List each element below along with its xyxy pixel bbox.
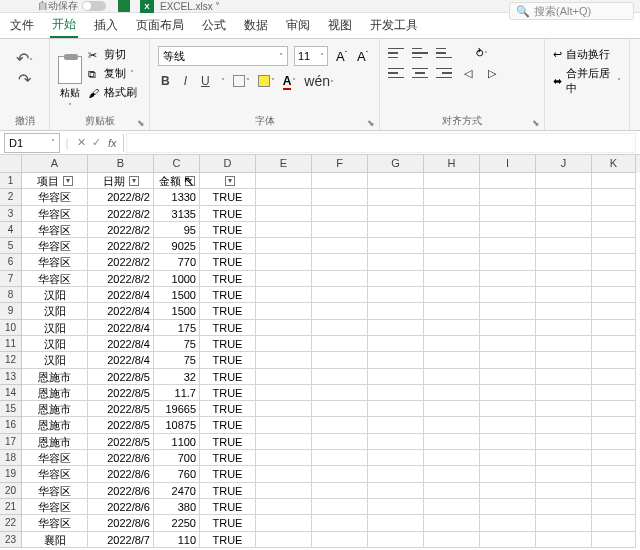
- tab-审阅[interactable]: 审阅: [284, 14, 312, 37]
- cell[interactable]: [480, 320, 536, 336]
- align-middle-button[interactable]: [412, 46, 428, 60]
- cell[interactable]: TRUE: [200, 222, 256, 238]
- cell[interactable]: [480, 450, 536, 466]
- cell[interactable]: [312, 206, 368, 222]
- align-dialog-icon[interactable]: ⬊: [532, 118, 540, 128]
- cell[interactable]: [312, 466, 368, 482]
- filter-button[interactable]: ▾: [129, 176, 139, 186]
- tab-公式[interactable]: 公式: [200, 14, 228, 37]
- cell[interactable]: [256, 189, 312, 205]
- formula-input[interactable]: [126, 133, 636, 153]
- cell[interactable]: [312, 320, 368, 336]
- redo-button[interactable]: ↷: [18, 70, 31, 89]
- cell[interactable]: 项目▾: [22, 173, 88, 189]
- filter-button[interactable]: ▾: [63, 176, 73, 186]
- cell[interactable]: TRUE: [200, 271, 256, 287]
- cell[interactable]: [256, 254, 312, 270]
- cell[interactable]: [368, 303, 424, 319]
- cell[interactable]: 75: [154, 336, 200, 352]
- cell[interactable]: [592, 206, 636, 222]
- cell[interactable]: 汉阳: [22, 336, 88, 352]
- cell[interactable]: [256, 238, 312, 254]
- cell[interactable]: [480, 499, 536, 515]
- cell[interactable]: TRUE: [200, 434, 256, 450]
- cell[interactable]: 2250: [154, 515, 200, 531]
- cell[interactable]: [368, 352, 424, 368]
- cell[interactable]: 110: [154, 532, 200, 548]
- cell[interactable]: 恩施市: [22, 417, 88, 433]
- cell[interactable]: 华容区: [22, 222, 88, 238]
- file-name[interactable]: EXCEL.xlsx: [160, 1, 213, 12]
- cell[interactable]: TRUE: [200, 466, 256, 482]
- cell[interactable]: [312, 352, 368, 368]
- cell[interactable]: TRUE: [200, 401, 256, 417]
- cell[interactable]: [424, 336, 480, 352]
- cell[interactable]: [592, 515, 636, 531]
- merge-center-button[interactable]: ⬌合并后居中˅: [553, 66, 621, 96]
- align-right-button[interactable]: [436, 66, 452, 80]
- cell[interactable]: [592, 303, 636, 319]
- cell[interactable]: [480, 385, 536, 401]
- cell[interactable]: 32: [154, 369, 200, 385]
- cell[interactable]: [312, 222, 368, 238]
- autosave-toggle[interactable]: [82, 1, 106, 11]
- row-header[interactable]: 17: [0, 434, 22, 450]
- cell[interactable]: 2022/8/6: [88, 466, 154, 482]
- cell[interactable]: 2022/8/2: [88, 222, 154, 238]
- cell[interactable]: [368, 320, 424, 336]
- row-header[interactable]: 3: [0, 206, 22, 222]
- cell[interactable]: [424, 303, 480, 319]
- cell[interactable]: [368, 385, 424, 401]
- cell[interactable]: [368, 173, 424, 189]
- cell[interactable]: [536, 320, 592, 336]
- cell[interactable]: [424, 352, 480, 368]
- phonetic-button[interactable]: wén˅: [304, 73, 334, 89]
- underline-button[interactable]: U: [198, 72, 213, 90]
- col-header-E[interactable]: E: [256, 155, 312, 173]
- font-dialog-icon[interactable]: ⬊: [367, 118, 375, 128]
- cell[interactable]: [256, 466, 312, 482]
- cell[interactable]: 2022/8/5: [88, 434, 154, 450]
- cell[interactable]: [368, 254, 424, 270]
- cell[interactable]: [312, 417, 368, 433]
- tab-开始[interactable]: 开始: [50, 13, 78, 38]
- cell[interactable]: [480, 515, 536, 531]
- decrease-font-button[interactable]: Aˇ: [355, 49, 370, 64]
- row-header[interactable]: 19: [0, 466, 22, 482]
- cell[interactable]: [312, 450, 368, 466]
- cell[interactable]: [536, 271, 592, 287]
- row-header[interactable]: 14: [0, 385, 22, 401]
- row-header[interactable]: 7: [0, 271, 22, 287]
- cell[interactable]: [424, 434, 480, 450]
- cell[interactable]: 75: [154, 352, 200, 368]
- tab-页面布局[interactable]: 页面布局: [134, 14, 186, 37]
- enter-icon[interactable]: ✓: [89, 136, 104, 149]
- cell[interactable]: 2022/8/6: [88, 499, 154, 515]
- row-header[interactable]: 5: [0, 238, 22, 254]
- italic-button[interactable]: I: [181, 72, 190, 90]
- cell[interactable]: [480, 206, 536, 222]
- cell[interactable]: [480, 254, 536, 270]
- cell[interactable]: 汉阳: [22, 352, 88, 368]
- increase-font-button[interactable]: Aˆ: [334, 49, 349, 64]
- row-header[interactable]: 2: [0, 189, 22, 205]
- cell[interactable]: TRUE: [200, 499, 256, 515]
- tab-文件[interactable]: 文件: [8, 14, 36, 37]
- cell[interactable]: [480, 287, 536, 303]
- cell[interactable]: [480, 434, 536, 450]
- cell[interactable]: 19665: [154, 401, 200, 417]
- cell[interactable]: 770: [154, 254, 200, 270]
- cell[interactable]: 恩施市: [22, 401, 88, 417]
- cell[interactable]: 700: [154, 450, 200, 466]
- cell[interactable]: 10875: [154, 417, 200, 433]
- cell[interactable]: [368, 401, 424, 417]
- cell[interactable]: TRUE: [200, 417, 256, 433]
- wrap-text-button[interactable]: ↩自动换行: [553, 47, 621, 62]
- cell[interactable]: [424, 287, 480, 303]
- cell[interactable]: TRUE: [200, 254, 256, 270]
- border-button[interactable]: ˅: [233, 75, 250, 87]
- cell[interactable]: 2022/8/4: [88, 336, 154, 352]
- cell[interactable]: [368, 466, 424, 482]
- cell[interactable]: 日期▾: [88, 173, 154, 189]
- cell[interactable]: [256, 483, 312, 499]
